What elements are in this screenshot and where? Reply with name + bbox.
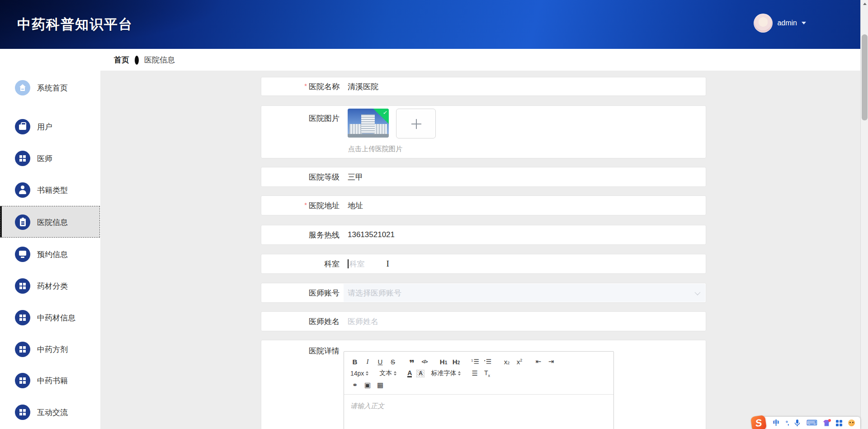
user-avatar[interactable]	[754, 14, 773, 33]
field-label: 医院详情	[261, 346, 340, 356]
sidebar-item-appointment-info[interactable]: 预约信息	[0, 244, 100, 264]
spinner-arrows-icon[interactable]	[458, 371, 461, 376]
department-input[interactable]: 科室	[349, 259, 365, 269]
grid-icon	[15, 151, 30, 166]
field-label: 医院图片	[261, 113, 340, 124]
microphone-icon[interactable]	[794, 419, 800, 427]
doctor-account-select[interactable]: 请选择医师账号	[344, 284, 705, 302]
video-button[interactable]: ▦	[376, 380, 385, 390]
bold-button[interactable]: B	[350, 357, 359, 367]
sidebar-item-interaction[interactable]: 互动交流	[0, 402, 100, 422]
hospital-image-thumbnail[interactable]: ✓	[348, 109, 389, 138]
sidebar-item-book-types[interactable]: 书籍类型	[0, 180, 100, 200]
editor-body[interactable]: 请输入正文	[344, 395, 613, 418]
subscript-button[interactable]: x2	[502, 357, 511, 367]
sidebar-item-label: 中药方剂	[37, 344, 68, 355]
heading2-button[interactable]: H2	[452, 357, 461, 367]
main-content: *医院名称 清溪医院 医院图片 ✓ 点击上传医院图片 医院等级 三甲 *	[100, 71, 860, 429]
user-menu[interactable]: admin	[754, 14, 806, 33]
sidebar-item-label: 中药书籍	[37, 376, 68, 386]
hospital-address-input[interactable]: 地址	[348, 200, 363, 211]
scrollbar-thumb[interactable]	[862, 34, 868, 120]
skin-icon[interactable]	[823, 420, 830, 426]
service-hotline-input[interactable]: 13613521021	[348, 230, 395, 239]
sidebar-item-doctors[interactable]: 医师	[0, 148, 100, 168]
strikethrough-button[interactable]: S	[388, 357, 397, 367]
field-hospital-name: *医院名称 清溪医院	[261, 77, 706, 96]
toolbox-grid-icon[interactable]	[836, 420, 842, 426]
grid-icon	[15, 278, 30, 294]
scrollbar-up-button[interactable]	[861, 0, 868, 8]
field-label: 科室	[261, 259, 340, 269]
underline-button[interactable]: U	[376, 357, 385, 367]
chinese-mode-icon[interactable]: 中	[773, 419, 780, 427]
link-button[interactable]: ⚭	[350, 380, 359, 390]
scrollbar[interactable]	[860, 0, 868, 429]
text-caret	[348, 259, 349, 268]
field-department: 科室 科室 I	[261, 254, 706, 274]
app-title: 中药科普知识平台	[17, 15, 133, 34]
align-button[interactable]: ☰	[472, 369, 477, 377]
field-hospital-level: 医院等级 三甲	[261, 167, 706, 187]
grid-icon	[15, 373, 30, 388]
sidebar-item-hospital-info[interactable]: 医院信息	[0, 212, 100, 232]
keyboard-icon[interactable]: ⌨	[806, 418, 817, 428]
field-doctor-account: 医师账号 请选择医师账号	[261, 283, 706, 303]
doctor-name-input[interactable]: 医师姓名	[348, 316, 378, 327]
field-hospital-address: *医院地址 地址	[261, 195, 706, 215]
image-button[interactable]: ▣	[363, 380, 372, 390]
sogou-logo-icon[interactable]: S	[750, 415, 767, 429]
indent-button[interactable]: ⇥	[547, 357, 556, 367]
punctuation-icon[interactable]: °,	[786, 419, 789, 426]
sidebar-item-users[interactable]: 用户	[0, 117, 100, 137]
field-label: 医院等级	[261, 172, 340, 182]
sidebar-item-system-home[interactable]: 系统首页	[0, 78, 100, 98]
bullet-list-button[interactable]: •☰	[483, 357, 492, 367]
ibeam-cursor: I	[387, 259, 389, 269]
clipboard-icon	[15, 214, 30, 230]
ordered-list-button[interactable]: 1☰	[471, 357, 480, 367]
add-image-button[interactable]	[396, 109, 436, 138]
screen: 中药科普知识平台 admin 首页 医院信息 系统首页 用户	[0, 0, 868, 429]
field-label: 医师账号	[261, 288, 340, 298]
breadcrumb: 首页 医院信息	[114, 55, 175, 65]
sidebar-item-label: 医院信息	[37, 217, 68, 228]
breadcrumb-separator	[135, 56, 139, 65]
italic-button[interactable]: I	[363, 357, 372, 367]
grid-icon	[15, 405, 30, 420]
code-block-button[interactable]: </>	[420, 357, 429, 367]
emoji-icon[interactable]	[848, 419, 855, 426]
editor-toolbar: B I U S ❞ </> H1 H2 1☰ •☰ x2	[344, 352, 613, 395]
blockquote-button[interactable]: ❞	[407, 357, 416, 367]
heading1-button[interactable]: H1	[439, 357, 448, 367]
spinner-arrows-icon[interactable]	[394, 371, 396, 376]
spinner-arrows-icon[interactable]	[366, 371, 368, 376]
app-header: 中药科普知识平台 admin	[0, 0, 860, 49]
breadcrumb-current: 医院信息	[144, 55, 175, 65]
select-placeholder: 请选择医师账号	[348, 288, 401, 298]
sidebar-item-herb-info[interactable]: 中药材信息	[0, 308, 100, 328]
sidebar-item-tcm-books[interactable]: 中药书籍	[0, 371, 100, 391]
sidebar-item-label: 用户	[37, 122, 52, 132]
sidebar-item-tcm-prescriptions[interactable]: 中药方剂	[0, 339, 100, 359]
grid-icon	[15, 342, 30, 357]
hospital-name-input[interactable]: 清溪医院	[348, 81, 378, 92]
text-color-button[interactable]: A	[407, 370, 412, 377]
sidebar-item-herb-categories[interactable]: 药材分类	[0, 276, 100, 296]
chevron-down-icon	[695, 290, 701, 296]
sidebar-item-label: 互动交流	[37, 407, 68, 418]
chevron-down-icon	[802, 22, 806, 24]
hospital-level-input[interactable]: 三甲	[348, 172, 363, 182]
sidebar: 系统首页 用户 医师 书籍类型 医院信息 预约信息 药材分类 中药材信息	[0, 49, 100, 429]
font-size-select[interactable]: 14px	[350, 370, 364, 377]
person-icon	[15, 182, 30, 198]
outdent-button[interactable]: ⇤	[534, 357, 543, 367]
font-family-select[interactable]: 标准字体	[431, 369, 456, 377]
breadcrumb-home[interactable]: 首页	[114, 55, 129, 65]
rich-text-editor: B I U S ❞ </> H1 H2 1☰ •☰ x2	[344, 351, 614, 429]
clear-format-button[interactable]: Tx	[484, 369, 490, 378]
breadcrumb-bar: 首页 医院信息	[100, 49, 860, 71]
superscript-button[interactable]: x2	[515, 357, 524, 367]
background-color-button[interactable]: A	[416, 370, 425, 377]
paragraph-style-select[interactable]: 文本	[379, 369, 392, 377]
